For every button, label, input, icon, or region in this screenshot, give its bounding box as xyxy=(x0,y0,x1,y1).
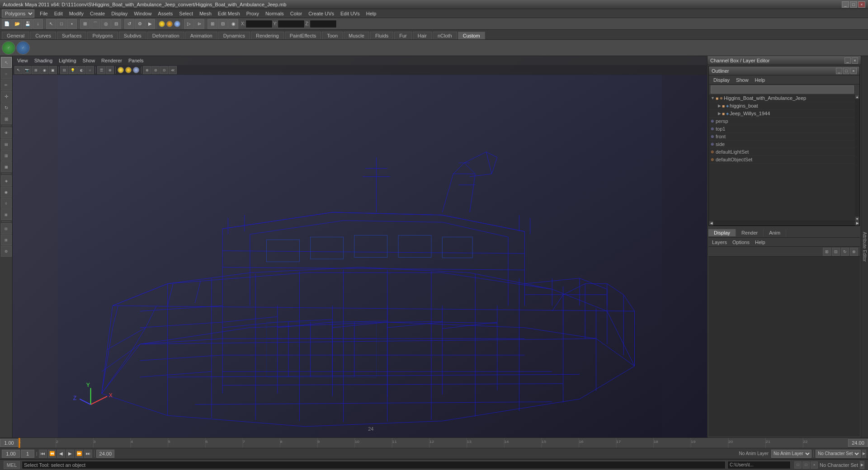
shelf-tab-hair[interactable]: Hair xyxy=(413,32,432,39)
vp-menu-renderer[interactable]: Renderer xyxy=(99,57,125,64)
new-scene-button[interactable]: 📄 xyxy=(2,19,12,29)
scroll-down-arrow[interactable]: ▼ xyxy=(855,216,859,221)
vp-smooth[interactable]: ◉ xyxy=(40,66,48,74)
vp-select-mode[interactable]: ↖ xyxy=(14,66,23,74)
pb-goto-end[interactable]: ⏭ xyxy=(84,450,92,458)
shelf-tab-ncloth[interactable]: nCloth xyxy=(433,32,457,39)
vp-texture[interactable]: ▣ xyxy=(49,66,57,74)
toggle-view[interactable]: ⊟ xyxy=(218,19,228,29)
outliner-item-objectset[interactable]: ⊕ defaultObjectSet xyxy=(709,156,859,164)
outliner-item-higgins-boat[interactable]: ▶ ■ ◈ higgins_boat xyxy=(709,102,859,110)
shelf-icon-checkmark1[interactable]: ✓ xyxy=(2,41,15,55)
pb-anim-select[interactable]: No Anim Layer xyxy=(771,450,811,458)
save-scene-button[interactable]: 💾 xyxy=(23,19,33,29)
menu-edit[interactable]: Edit xyxy=(52,10,66,17)
pb-play-forward[interactable]: ▶ xyxy=(66,450,74,458)
vp-menu-panels[interactable]: Panels xyxy=(126,57,146,64)
vp-menu-view[interactable]: View xyxy=(14,57,31,64)
move-tool-button[interactable]: ✛ xyxy=(1,91,12,102)
pb-goto-start[interactable]: ⏮ xyxy=(39,450,47,458)
menu-edit-mesh[interactable]: Edit Mesh xyxy=(215,10,243,17)
outliner-hscrollbar[interactable]: ◀ ▶ xyxy=(709,221,859,226)
status-scroll-right[interactable]: ▶ xyxy=(860,461,864,469)
outliner-help-menu[interactable]: Help xyxy=(752,77,768,83)
menu-mesh[interactable]: Mesh xyxy=(197,10,214,17)
scroll-right-arrow[interactable]: ▶ xyxy=(855,221,859,226)
show-grid[interactable]: ⊞ xyxy=(208,19,217,29)
wireframe-shade[interactable]: ◉ xyxy=(228,19,238,29)
shelf-tab-curves[interactable]: Curves xyxy=(30,32,56,39)
snap-btn2[interactable]: ⊞ xyxy=(1,235,12,245)
attribute-editor-tab[interactable]: Attribute Editor xyxy=(861,56,868,437)
paint-tool-button[interactable]: ✏ xyxy=(1,80,12,90)
menu-help[interactable]: Help xyxy=(363,10,379,17)
menu-window[interactable]: Window xyxy=(131,10,154,17)
lasso-tool-button[interactable]: ○ xyxy=(1,68,12,79)
layer-tool-2[interactable]: ⊟ xyxy=(832,248,840,256)
timeline-ruler[interactable]: 1 2 3 4 5 6 7 8 9 10 11 12 13 14 15 16 1… xyxy=(18,438,848,448)
shelf-tab-rendering[interactable]: Rendering xyxy=(251,32,284,39)
select-by-component[interactable]: ▪ xyxy=(67,19,77,29)
select-by-object[interactable]: □ xyxy=(57,19,66,29)
render-settings[interactable]: ⚙ xyxy=(135,19,145,29)
menu-display[interactable]: Display xyxy=(108,10,130,17)
viewport-light2[interactable] xyxy=(125,67,132,73)
tool-a2[interactable]: ◉ xyxy=(1,187,12,197)
x-field[interactable] xyxy=(245,20,273,28)
shelf-tab-surfaces[interactable]: Surfaces xyxy=(57,32,86,39)
render-proxy[interactable]: ▷ xyxy=(184,19,194,29)
outliner-scrollbar[interactable]: ▲ ▼ xyxy=(855,94,859,221)
pb-step-back[interactable]: ⏪ xyxy=(48,450,56,458)
shelf-tab-fur[interactable]: Fur xyxy=(394,32,412,39)
scroll-up-arrow[interactable]: ▲ xyxy=(855,94,859,99)
minimize-button[interactable]: _ xyxy=(842,1,849,8)
pb-range-end[interactable] xyxy=(96,450,114,458)
snap-point[interactable]: ◎ xyxy=(101,19,111,29)
outliner-item-jeep[interactable]: ▶ ■ ◈ Jeep_Willys_1944 xyxy=(709,110,859,118)
layer-tool-3[interactable]: ↻ xyxy=(841,248,849,256)
status-icon1[interactable]: □ xyxy=(794,461,802,469)
y-field[interactable] xyxy=(278,20,305,28)
vp-menu-lighting[interactable]: Lighting xyxy=(56,57,79,64)
menu-normals[interactable]: Normals xyxy=(263,10,287,17)
snap-grid[interactable]: ⊞ xyxy=(80,19,90,29)
shelf-icon-checkmark2[interactable]: ✓ xyxy=(16,41,30,55)
pb-charset-select[interactable]: No Character Set xyxy=(816,450,861,458)
outliner-item-top1[interactable]: ⊕ top1 xyxy=(709,125,859,133)
light3-button[interactable] xyxy=(174,21,180,27)
render-current[interactable]: ▶ xyxy=(145,19,155,29)
menu-create-uvs[interactable]: Create UVs xyxy=(306,10,337,17)
status-icon3[interactable]: × xyxy=(811,461,818,469)
import-button[interactable]: ↓ xyxy=(33,19,43,29)
menu-select[interactable]: Select xyxy=(176,10,196,17)
timeline-end-input[interactable] xyxy=(848,439,868,447)
vp-gate[interactable]: ⊙ xyxy=(160,66,168,74)
expand-arrow-higgins[interactable]: ▼ xyxy=(711,96,715,100)
cmd-field[interactable]: C:\Users\t... xyxy=(727,461,791,469)
outliner-close[interactable]: × xyxy=(850,68,857,74)
channelbox-close[interactable]: × xyxy=(852,57,858,64)
display-layer2[interactable]: ▥ xyxy=(1,150,12,161)
vp-menu-show[interactable]: Show xyxy=(80,57,98,64)
shelf-tab-painteffects[interactable]: PaintEffects xyxy=(285,32,321,39)
tool-a4[interactable]: ⊠ xyxy=(1,209,12,220)
close-button[interactable]: × xyxy=(858,1,865,8)
vp-bookmarks[interactable]: ⊗ xyxy=(143,66,151,74)
expand-arrow-boat[interactable]: ▶ xyxy=(718,103,721,108)
title-bar-controls[interactable]: _ □ × xyxy=(842,1,865,8)
timeline-start-input[interactable] xyxy=(0,439,18,447)
outliner-search-input[interactable] xyxy=(711,85,854,94)
shelf-tab-subdivs[interactable]: Subdivs xyxy=(119,32,146,39)
layer-tool-1[interactable]: ⊞ xyxy=(823,248,831,256)
layer-tab-anim[interactable]: Anim xyxy=(764,229,786,236)
mode-selector[interactable]: Polygons xyxy=(2,9,34,18)
layer-subtab-help[interactable]: Help xyxy=(753,239,767,245)
outliner-minimize[interactable]: _ xyxy=(836,68,842,74)
maximize-button[interactable]: □ xyxy=(850,1,857,8)
vp-show-all[interactable]: ☰ xyxy=(97,66,105,74)
outliner-item-front[interactable]: ⊕ front xyxy=(709,133,859,141)
layer-tool-4[interactable]: ⊗ xyxy=(850,248,858,256)
display-layer3[interactable]: ▦ xyxy=(1,161,12,172)
vp-isolate[interactable]: ⊕ xyxy=(106,66,114,74)
viewport-light3[interactable] xyxy=(133,67,139,73)
